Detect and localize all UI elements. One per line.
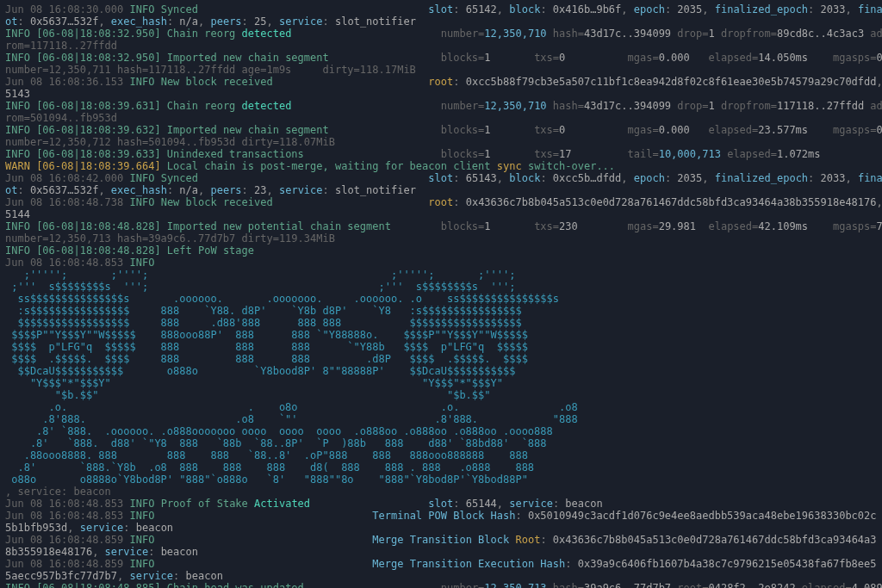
ascii-art-panda: ;'''''; ;''''; ;'''''; ;''''; ;''' s$$$$… bbox=[5, 269, 578, 486]
terminal-output: Jun 08 16:08:30.000 INFO Synced slot: 65… bbox=[0, 0, 882, 588]
